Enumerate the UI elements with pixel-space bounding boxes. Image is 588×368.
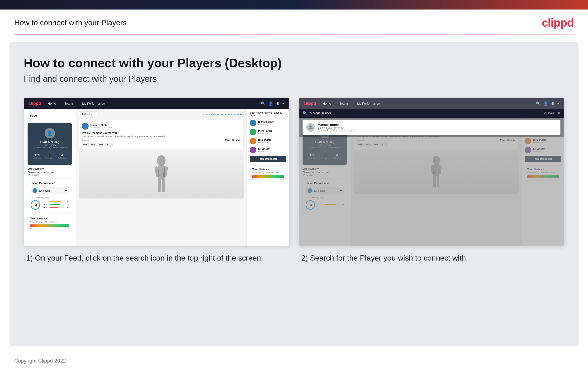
latest-activity-label: Latest Activity — [27, 168, 72, 170]
scale-max: +5 — [67, 228, 69, 230]
player-name-3: Hiral Pujara — [258, 138, 272, 141]
nav-teams-1[interactable]: Teams — [63, 101, 76, 106]
app-nav-2: clippd Home Teams My Performance 🔍 👤 ⚙ ● — [299, 98, 564, 109]
search-icon-2: 🔍 — [536, 101, 541, 106]
top-bar — [0, 0, 588, 9]
screenshot-1: clippd Home Teams My Performance 🔍 👤 ⚙ ● — [24, 98, 289, 246]
pp-player-name: Eli Vincent — [39, 189, 63, 192]
activity-meta: Yesterday · The Grove — [90, 127, 112, 129]
player-activities-4: Activities: 1 — [258, 150, 270, 152]
screenshots-row: clippd Home Teams My Performance 🔍 👤 ⚙ ● — [24, 98, 564, 263]
most-active-title-1: Most Active Players - Last 30 days — [250, 111, 286, 117]
bar-arg-label: ARG — [43, 206, 49, 209]
copyright-text: Copyright Clippd 2022 — [14, 358, 66, 364]
step-2-description: 2) Search for the Player you wish to con… — [299, 253, 564, 263]
following-btn-label: Following — [81, 113, 92, 116]
scale-min: -5 — [30, 228, 32, 230]
avatar-icon[interactable]: ● — [282, 101, 284, 106]
player-item-1: Richard Butler Activities: 7 — [250, 120, 286, 126]
user-icon[interactable]: 👤 — [268, 101, 273, 106]
nav-teams-2: Teams — [338, 101, 351, 106]
pp-player-avatar — [33, 188, 37, 193]
clear-btn-2[interactable]: CLEAR — [544, 112, 554, 115]
screenshot-col-2: clippd Home Teams My Performance 🔍 👤 ⚙ ● — [299, 98, 564, 263]
page-heading: How to connect with your Players (Deskto… — [24, 56, 564, 70]
player-item-3: Hiral Pujara Activities: 3 — [250, 138, 286, 144]
stat-followers: 3 Followers — [45, 153, 53, 159]
latest-activity: Latest Activity Afternoon round of golf … — [27, 168, 72, 176]
score-circle: 84 — [31, 200, 40, 210]
search-bar-icon: 🔍 — [303, 111, 307, 116]
player-info-3: Hiral Pujara Activities: 3 — [258, 138, 272, 143]
nav-home-1[interactable]: Home — [46, 101, 58, 106]
following-bar-1: Following ▾ Control who can see your act… — [79, 111, 244, 117]
player-avatar-2 — [250, 129, 256, 135]
search-result-2[interactable]: Marcus Turner 1-5 Handicap · Yesterday C… — [303, 120, 561, 135]
activity-avatar-1 — [82, 123, 88, 129]
app-nav-1: clippd Home Teams My Performance 🔍 👤 ⚙ ● — [24, 98, 289, 109]
header: How to connect with your Players clippd — [0, 9, 588, 34]
activity-user-info: Richard Butler Yesterday · The Grove — [90, 124, 112, 129]
bar-ott: OTT 79 — [43, 201, 69, 203]
player-item-2: Piers Parnell Activities: 4 — [250, 129, 286, 135]
following-btn-1[interactable]: Following ▾ — [79, 111, 97, 117]
right-scale-min: -5 — [252, 179, 254, 180]
bar-ott-value: 79 — [65, 201, 69, 203]
stat-following-label: Following — [58, 157, 66, 159]
search-result-name-2: Marcus Turner — [318, 123, 356, 127]
bar-app-track — [50, 204, 64, 205]
svg-point-12 — [309, 125, 312, 128]
logo: clippd — [542, 16, 574, 29]
player-activities-2: Activities: 4 — [258, 132, 273, 134]
player-performance-section-1: Player Performance Eli Vincent ▾ Total P… — [27, 179, 72, 213]
team-dashboard-btn-1[interactable]: Team Dashboard — [250, 156, 286, 162]
pp-player-selector-1[interactable]: Eli Vincent ▾ — [31, 187, 69, 194]
nav-myperformance-1[interactable]: My Performance — [80, 101, 107, 106]
right-heatmap-bar — [252, 175, 284, 178]
stat-activities-num: 129 — [34, 153, 41, 157]
golf-silhouette — [145, 153, 178, 196]
duration-value: 02 hr : 00 min — [224, 138, 241, 141]
bar-app-fill — [50, 204, 60, 205]
bar-app-value: 70 — [65, 203, 69, 206]
pp-quality-label: Total Player Quality — [31, 196, 69, 199]
bar-ott-fill — [50, 201, 61, 202]
player-item-4: Eli Vincent Activities: 1 — [250, 147, 286, 153]
user-silhouette-icon — [308, 125, 314, 130]
search-icon[interactable]: 🔍 — [261, 101, 265, 106]
page-subheading: Find and connect with your Players — [24, 74, 564, 84]
screenshot-col-1: clippd Home Teams My Performance 🔍 👤 ⚙ ● — [24, 98, 289, 263]
player-info-2: Piers Parnell Activities: 4 — [258, 129, 273, 134]
app-logo-1: clippd — [28, 101, 41, 106]
user-icon-2: 👤 — [543, 101, 548, 106]
svg-rect-4 — [158, 179, 161, 192]
bar-arg-value: 61 — [65, 206, 69, 209]
golf-image — [79, 151, 244, 199]
nav-right-1: 🔍 👤 ⚙ ● — [261, 101, 284, 106]
pp-dropdown-icon[interactable]: ▾ — [65, 189, 67, 193]
team-heatmap-section-1: Team Heatmap Player Quality · 20 Round T… — [27, 215, 72, 232]
settings-icon[interactable]: ⚙ — [276, 101, 279, 106]
close-btn-2[interactable]: ✕ — [557, 110, 561, 116]
avatar-icon-2: ● — [557, 101, 560, 106]
player-info-4: Eli Vincent Activities: 1 — [258, 148, 270, 152]
search-overlay-2: 🔍 Marcus Turner CLEAR ✕ — [299, 109, 564, 137]
profile-stats-1: 129 Activities 3 Followers 4 Following — [31, 151, 68, 161]
search-result-club-2: Cypress Point Club, United Kingdom — [318, 129, 356, 132]
stat-activities: 129 Activities — [34, 153, 41, 159]
search-input-2[interactable]: Marcus Turner — [310, 111, 542, 115]
app-logo-2: clippd — [304, 101, 316, 106]
player-avatar-4 — [250, 147, 256, 153]
app-body-1: Feed 👤 Blair McHarg Golf Coach Mill Ride… — [24, 109, 289, 246]
settings-icon-2: ⚙ — [551, 101, 554, 106]
main-content: How to connect with your Players (Deskto… — [9, 42, 579, 346]
player-name-4: Eli Vincent — [258, 148, 270, 150]
activity-card-1: Richard Butler Yesterday · The Grove Pre… — [79, 120, 244, 149]
nav-right-2: 🔍 👤 ⚙ ● — [536, 101, 560, 106]
activity-header-1: Richard Butler Yesterday · The Grove — [82, 123, 241, 129]
feed-tab-1[interactable]: Feed — [27, 112, 39, 119]
stat-following-num: 4 — [58, 153, 66, 157]
tag-arg: ARG — [97, 143, 104, 146]
right-panel-1: Most Active Players - Last 30 days Richa… — [246, 109, 289, 246]
control-link-1[interactable]: Control who can see your activity and da… — [203, 113, 244, 116]
